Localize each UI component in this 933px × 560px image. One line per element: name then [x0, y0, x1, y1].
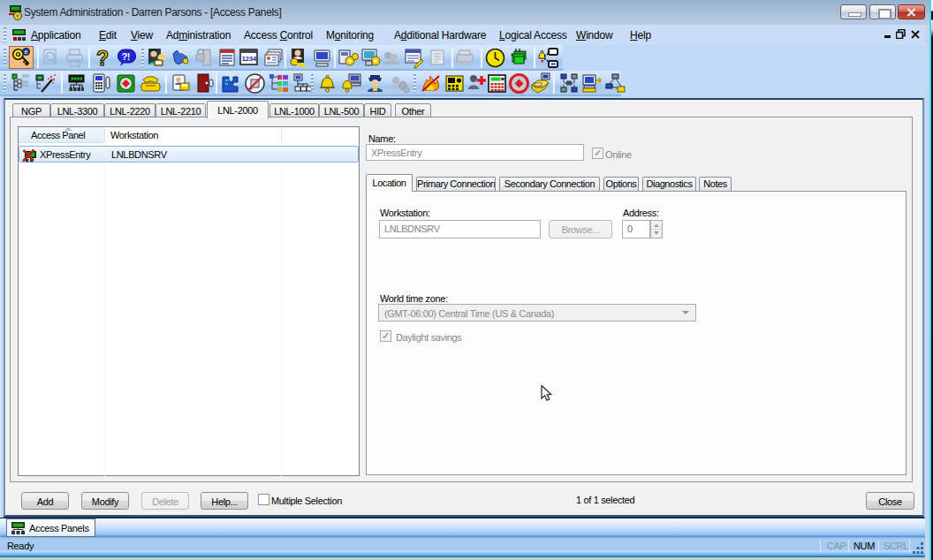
svg-text:?: ?: [96, 47, 109, 69]
svg-text:?!: ?!: [122, 51, 131, 62]
svg-text:e: e: [25, 48, 28, 56]
svg-text:1234: 1234: [242, 55, 257, 63]
